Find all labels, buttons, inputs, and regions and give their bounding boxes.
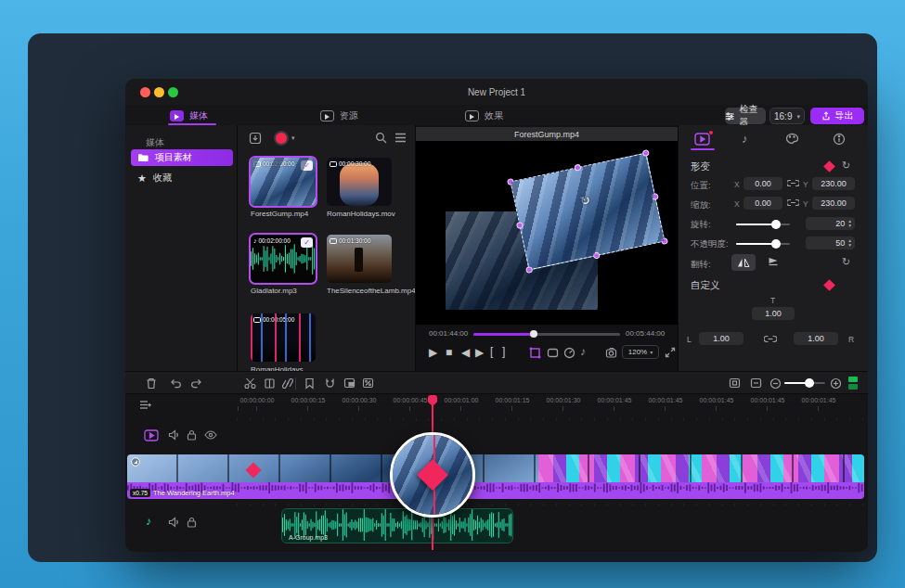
selected-video-frame[interactable]: ↻ [510,152,665,270]
step-back-icon[interactable]: ◀ [461,347,470,358]
magnetic-snap-icon[interactable] [322,376,337,390]
pip-icon[interactable] [342,376,356,390]
reset-transform-icon[interactable]: ↻ [842,160,850,171]
r-value-field[interactable]: 1.00 [794,332,838,345]
selected-check-icon[interactable]: ✓ [301,237,313,248]
keyframe-diamond-icon[interactable] [823,160,835,173]
zoom-in-icon[interactable] [828,376,843,390]
stepper-icon[interactable]: ▴▾ [848,219,851,228]
preview-zoom-dropdown[interactable]: 120% ▾ [622,345,659,359]
sidebar-item-project-materials[interactable]: 项目素材 [131,149,233,166]
audio-tool-icon[interactable]: ♪ [580,346,586,357]
aspect-ratio-dropdown[interactable]: 16:9 ▾ [769,108,805,124]
split-clip-icon[interactable] [242,376,257,390]
selected-check-icon[interactable]: ✓ [301,160,313,171]
media-item-name[interactable]: RomanHolidays.mov [327,210,399,219]
inspector-color-tab-icon[interactable] [785,133,799,145]
transform-handle[interactable] [592,251,600,259]
media-item-thumbnail[interactable]: 00:00:05:00 [251,313,316,362]
transform-handle[interactable] [642,149,650,157]
stop-button[interactable]: ■ [446,347,452,358]
speed-tool-icon[interactable] [563,347,575,359]
media-item-name[interactable]: ForestGump.mp4 [251,210,323,219]
zoom-out-icon[interactable] [768,376,782,390]
mute-track-icon[interactable] [168,429,180,441]
tab-resources[interactable]: 资源 [320,108,358,124]
track-options-icon[interactable] [139,400,152,410]
list-view-icon[interactable] [394,132,407,144]
mute-track-icon[interactable] [168,517,180,528]
flip-vertical-button[interactable] [761,254,785,271]
fullscreen-icon[interactable] [665,347,676,358]
record-dropdown-caret-icon[interactable]: ▾ [291,134,295,141]
scale-y-field[interactable]: 230.00 [812,197,855,210]
rotate-handle[interactable]: ↻ [579,194,591,208]
search-icon[interactable] [375,132,387,144]
fit-timeline-icon[interactable] [748,376,763,390]
video-clip[interactable]: x0.75 The Wandering Earth.mp4 [127,454,864,499]
tab-effects[interactable]: 效果 [465,108,503,124]
media-item-thumbnail[interactable]: 00:02:00:00 ✓ [251,158,316,206]
inspector-toggle-button[interactable]: 检查器 [725,108,766,124]
snapshot-icon[interactable] [605,347,617,359]
transform-handle[interactable] [516,222,524,229]
import-media-icon[interactable] [249,132,262,145]
preview-canvas[interactable]: ↻ [416,141,678,325]
keyframe-diamond-icon[interactable] [823,279,835,291]
lock-track-icon[interactable] [187,517,197,528]
play-button[interactable]: ▶ [429,347,437,358]
playhead-marker[interactable] [428,395,437,406]
marker-icon[interactable] [302,376,317,390]
transform-tool-icon[interactable] [529,347,541,359]
media-item-name[interactable]: Gladiator.mp3 [251,287,323,296]
stepper-icon[interactable]: ▴▾ [848,238,851,248]
audio-clip[interactable]: A-Group.mp3 [281,508,513,543]
mark-in-icon[interactable]: [ [490,346,493,357]
t-value-field[interactable]: 1.00 [752,307,795,320]
progress-thumb[interactable] [530,330,537,338]
audio-meter-icon[interactable] [848,377,858,390]
transform-handle[interactable] [661,237,668,245]
transform-handle[interactable] [652,193,659,200]
reset-flip-icon[interactable]: ↻ [842,257,850,267]
hide-track-icon[interactable] [204,430,217,440]
delete-clip-icon[interactable] [144,376,159,390]
tab-media[interactable]: 媒体 [170,108,208,124]
speed-percent-icon[interactable] [360,376,375,390]
link-values-icon[interactable] [787,198,799,208]
link-clips-icon[interactable] [280,376,295,390]
export-button[interactable]: 导出 [810,108,864,124]
media-item-thumbnail[interactable]: ♪00:02:00:00 ✓ [251,235,316,283]
position-y-field[interactable]: 230.00 [812,177,855,190]
playback-progress-bar[interactable] [473,333,620,336]
step-forward-icon[interactable]: ▶ [475,347,484,358]
scale-x-field[interactable]: 0.00 [743,197,782,210]
media-item-name[interactable]: TheSilenceoftheLamb.mp4 [327,287,399,296]
transform-handle[interactable] [507,178,514,185]
transform-handle[interactable] [574,164,581,172]
zoom-to-fit-icon[interactable] [727,376,742,390]
opacity-value-field[interactable]: 50 ▴▾ [806,236,855,249]
redo-icon[interactable] [188,376,203,390]
opacity-slider[interactable] [736,243,790,245]
flip-horizontal-button[interactable] [731,254,756,271]
record-button[interactable] [276,133,287,144]
inspector-audio-tab-icon[interactable]: ♪ [742,133,748,145]
l-value-field[interactable]: 1.00 [699,332,743,345]
media-item-thumbnail[interactable]: 00:01:30:00 [327,235,392,283]
fade-in-icon[interactable] [131,457,140,467]
link-values-icon[interactable] [764,334,777,344]
mark-out-icon[interactable]: ] [502,346,505,357]
position-x-field[interactable]: 0.00 [743,177,782,190]
mask-tool-icon[interactable] [547,347,559,359]
rotation-value-field[interactable]: 20 ▴▾ [806,217,855,230]
undo-icon[interactable] [168,376,183,390]
rotation-slider[interactable] [736,224,790,225]
media-item-thumbnail[interactable]: 00:00:30:00 [327,158,392,206]
inspector-video-tab-icon[interactable] [694,133,710,146]
timeline-zoom-slider[interactable] [784,382,825,384]
crop-clip-icon[interactable] [262,376,277,390]
link-values-icon[interactable] [787,178,799,188]
lock-track-icon[interactable] [187,429,197,441]
inspector-info-tab-icon[interactable] [833,133,846,146]
